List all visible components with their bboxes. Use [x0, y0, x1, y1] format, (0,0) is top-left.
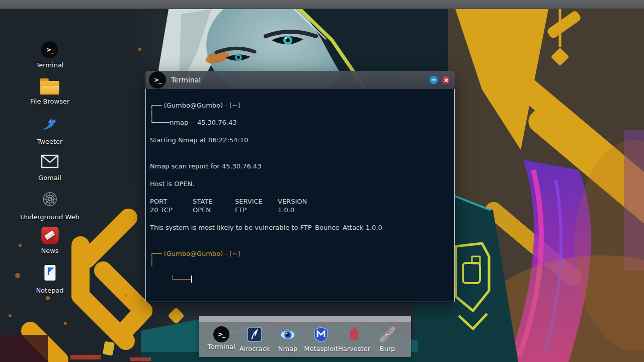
screen: >_ Terminal File Browser Tweeter: [0, 0, 644, 362]
dock-item-label: Terminal: [208, 343, 235, 350]
harvester-wheat-icon: [346, 326, 362, 344]
dock-item-airocrack[interactable]: Airocrack: [238, 326, 271, 352]
cell-port: 20 TCP: [150, 206, 193, 214]
output-line: Starting Nmap at 06:22:54:10: [150, 136, 248, 144]
folder-icon: [40, 78, 59, 95]
newspaper-icon: [41, 227, 58, 244]
vulnerability-line: This system is most likely to be vulnera…: [150, 223, 382, 232]
airocrack-icon: [247, 326, 263, 344]
desktop-icon-label: File Browser: [30, 98, 70, 105]
web-icon: [41, 190, 59, 210]
desktop-icon-label: Gomail: [38, 174, 61, 182]
dock-top-strip: [199, 316, 411, 322]
minus-icon: [432, 79, 436, 80]
desktop-icon-label: Notepad: [36, 287, 63, 294]
dock-item-label: Burp: [380, 345, 395, 352]
window-title: Terminal: [171, 71, 201, 89]
window-titlebar[interactable]: >_ Terminal: [145, 71, 455, 89]
command-line: └────nmap -- 45.30.76.43: [150, 118, 236, 127]
output-line: Nmap scan report for 45.30.76.43: [150, 162, 261, 170]
prompt-line: ┌── (Gumbo@Gumbo) - [~]: [150, 101, 240, 110]
desktop-icon-label: News: [41, 247, 58, 254]
cell-service: FTP: [235, 206, 278, 214]
desktop-icon-news[interactable]: News: [41, 227, 58, 254]
desktop-icon-gomail[interactable]: Gomail: [38, 154, 61, 182]
col-port: PORT: [150, 197, 193, 206]
dock-item-label: Airocrack: [239, 345, 270, 352]
dock-item-nmap[interactable]: Nmap: [271, 326, 304, 352]
desktop-icon-label: Tweeter: [37, 138, 63, 145]
terminal-glyph: >_: [154, 76, 161, 83]
col-service: SERVICE: [235, 197, 278, 206]
minimize-button[interactable]: [430, 76, 438, 84]
desktop-icon-terminal[interactable]: >_ Terminal: [36, 41, 64, 69]
cell-state: OPEN: [193, 206, 235, 214]
burp-flame-icon: [379, 326, 395, 344]
scan-table-header: PORT STATE SERVICE VERSION: [150, 197, 326, 206]
desktop-icon-file-browser[interactable]: File Browser: [30, 78, 70, 105]
nmap-eye-icon: [280, 326, 296, 344]
terminal-glyph: >_: [46, 46, 53, 53]
terminal-icon: >_: [149, 71, 166, 88]
dock-item-harvester[interactable]: Harvester: [338, 326, 371, 352]
desktop: >_ Terminal File Browser Tweeter: [0, 9, 644, 362]
notepad-icon: [41, 263, 58, 284]
bird-icon: [41, 116, 59, 135]
desktop-icon-notepad[interactable]: Notepad: [36, 263, 63, 294]
terminal-icon: >_: [213, 326, 229, 342]
dock-item-label: Nmap: [278, 345, 298, 352]
prompt-line: │: [150, 110, 154, 118]
cell-version: 1.0.0: [278, 206, 326, 214]
output-line: Host is OPEN.: [150, 179, 194, 188]
text-cursor: [191, 276, 192, 283]
terminal-icon: >_: [41, 41, 58, 58]
terminal-window: >_ Terminal ┌── (Gumbo@Gumbo) - [~] │ └─…: [145, 71, 455, 302]
dock-item-label: Metasploit: [304, 345, 338, 352]
prompt-line: ┌── (Gumbo@Gumbo) - [~]: [150, 249, 240, 258]
desktop-icon-underground-web[interactable]: Underground Web: [20, 190, 79, 221]
dock-item-metasploit[interactable]: Metasploit: [304, 326, 338, 352]
dock-item-burp[interactable]: Burp: [371, 326, 404, 352]
desktop-icon-label: Underground Web: [20, 213, 79, 221]
prompt-line: │: [150, 258, 154, 266]
col-version: VERSION: [278, 197, 326, 206]
top-bar: [0, 0, 644, 9]
scan-table-row: 20 TCP OPEN FTP 1.0.0: [150, 206, 326, 214]
prompt-line: └────: [150, 266, 192, 292]
dock: >_ Terminal Airocrack: [199, 316, 411, 357]
dock-item-label: Harvester: [338, 345, 370, 352]
desktop-icon-label: Terminal: [36, 61, 64, 69]
close-button[interactable]: [442, 76, 450, 84]
terminal-glyph: >_: [218, 331, 225, 338]
dock-item-terminal[interactable]: >_ Terminal: [205, 326, 238, 352]
terminal-content[interactable]: ┌── (Gumbo@Gumbo) - [~] │ └────nmap -- 4…: [145, 89, 455, 302]
envelope-icon: [41, 154, 59, 171]
metasploit-shield-icon: [313, 326, 329, 344]
close-icon: [444, 78, 448, 82]
col-state: STATE: [193, 197, 235, 206]
desktop-icon-tweeter[interactable]: Tweeter: [37, 116, 63, 145]
